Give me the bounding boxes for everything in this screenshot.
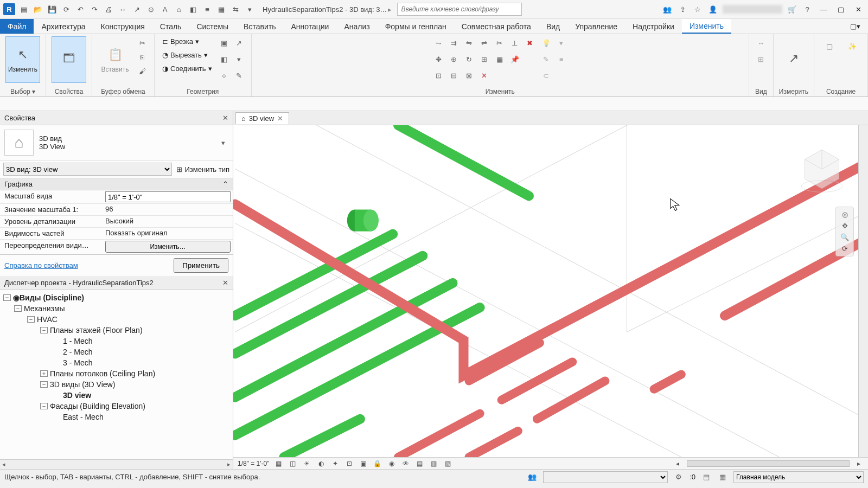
tab-modify[interactable]: Изменить <box>682 19 731 34</box>
close-button[interactable]: ✕ <box>852 3 865 16</box>
geom-icon[interactable]: ✎ <box>233 69 246 82</box>
geom-icon[interactable]: ▣ <box>218 36 231 49</box>
tool-icon[interactable]: ⊡ <box>432 69 445 82</box>
tree-row[interactable]: −3D виды (3D View) <box>1 379 233 390</box>
tree-row[interactable]: 2 - Mech <box>1 346 233 357</box>
search-input[interactable] <box>397 3 522 16</box>
minimize-button[interactable]: — <box>817 3 830 16</box>
delete-icon[interactable]: ✕ <box>478 69 491 82</box>
join-button[interactable]: ◑Соединить ▾ <box>160 63 214 74</box>
tree-row[interactable]: 3D view <box>1 390 233 401</box>
steering-wheel-icon[interactable]: ◎ <box>842 210 848 219</box>
share-icon[interactable]: ⇪ <box>677 4 688 15</box>
view-cube[interactable] <box>797 145 846 194</box>
copy-icon[interactable]: ⎘ <box>136 50 149 63</box>
tool-icon[interactable]: ≡ <box>555 53 568 66</box>
tab-structure[interactable]: Конструкция <box>93 19 152 34</box>
trim-icon[interactable]: ⊥ <box>508 36 521 49</box>
tree-twisty[interactable]: − <box>3 294 11 301</box>
cut-geom-button[interactable]: ◔Вырезать ▾ <box>160 50 214 60</box>
community-icon[interactable]: 👥 <box>662 4 673 15</box>
print-icon[interactable]: 🖨 <box>103 4 114 15</box>
offset-icon[interactable]: ⇉ <box>448 36 461 49</box>
tree-row[interactable]: −Механизмы <box>1 303 233 314</box>
move-icon[interactable]: ✥ <box>432 53 445 66</box>
tree-row[interactable]: −Фасады (Building Elevation) <box>1 401 233 412</box>
properties-help-link[interactable]: Справка по свойствам <box>4 261 78 269</box>
close-icon[interactable]: ✕ <box>222 279 228 287</box>
prop-group-header[interactable]: Графика⌃ <box>0 178 233 190</box>
tree-twisty[interactable]: − <box>40 403 48 409</box>
section-icon[interactable]: ◧ <box>188 4 199 15</box>
qat-icon[interactable]: ▤ <box>18 4 29 15</box>
shadows-icon[interactable]: ◐ <box>316 459 326 468</box>
geom-icon[interactable]: ▾ <box>233 53 246 66</box>
dim-icon[interactable]: ↗ <box>131 4 142 15</box>
rendering-icon[interactable]: ✦ <box>330 459 340 468</box>
tree-row[interactable]: East - Mech <box>1 412 233 422</box>
horizontal-scrollbar[interactable] <box>687 460 850 467</box>
cut-icon[interactable]: ✂ <box>136 36 149 49</box>
text-icon[interactable]: A <box>159 4 170 15</box>
orbit-icon[interactable]: ⟳ <box>842 245 848 253</box>
help-icon[interactable]: ? <box>802 4 813 15</box>
tree-twisty[interactable]: + <box>40 370 48 377</box>
sync-icon[interactable]: ⟳ <box>61 4 72 15</box>
workset-select[interactable]: Главная модель <box>733 471 864 483</box>
tab-insert[interactable]: Вставить <box>236 19 283 34</box>
scroll-left-icon[interactable]: ◂ <box>673 459 682 468</box>
match-icon[interactable]: 🖌 <box>136 65 149 78</box>
visual-style-icon[interactable]: ◫ <box>288 459 298 468</box>
tree-row[interactable]: +Планы потолков (Ceiling Plan) <box>1 368 233 379</box>
view-icon[interactable]: ⊞ <box>755 53 768 66</box>
tree-twisty[interactable]: − <box>14 305 22 312</box>
zoom-icon[interactable]: 🔍 <box>840 233 849 241</box>
tool-icon[interactable]: ⊂ <box>540 69 553 82</box>
undo-icon[interactable]: ↶ <box>75 4 86 15</box>
tab-view[interactable]: Вид <box>539 19 567 34</box>
reveal-icon[interactable]: 👁 <box>401 459 411 468</box>
scroll-right-icon[interactable]: ▸ <box>854 459 864 468</box>
split-icon[interactable]: ✂ <box>493 36 506 49</box>
tab-collab[interactable]: Совместная работа <box>454 19 539 34</box>
maximize-button[interactable]: ▢ <box>834 3 847 16</box>
switch-icon[interactable]: ⇆ <box>230 4 241 15</box>
remove-icon[interactable]: ✖ <box>524 36 537 49</box>
sb-select[interactable] <box>543 471 668 483</box>
properties-button[interactable]: 🗔 <box>52 36 86 83</box>
create-similar-icon[interactable]: ✨ <box>843 36 862 56</box>
sb-icon[interactable]: ▤ <box>701 472 712 483</box>
view-scale[interactable]: 1/8" = 1'-0" <box>238 460 270 467</box>
align-icon[interactable]: ⥊ <box>432 36 445 49</box>
tab-massing[interactable]: Формы и генплан <box>378 19 454 34</box>
view-tab-3d[interactable]: ⌂ 3D view ✕ <box>235 112 289 124</box>
project-browser[interactable]: −◉ Виды (Discipline)−Механизмы−HVAC−План… <box>0 290 233 459</box>
tab-manage[interactable]: Управление <box>567 19 625 34</box>
property-value[interactable]: Показать оригинал <box>103 228 233 239</box>
tree-row[interactable]: −Планы этажей (Floor Plan) <box>1 325 233 336</box>
3d-icon[interactable]: ⌂ <box>174 4 184 15</box>
geom-icon[interactable]: ⟐ <box>218 69 231 82</box>
property-input[interactable] <box>105 191 231 202</box>
mirror-icon[interactable]: ⇋ <box>463 36 476 49</box>
edit-type-button[interactable]: ⊞Изменить тип <box>176 165 229 174</box>
measure-icon[interactable]: ↔ <box>117 4 128 15</box>
tab-extra-dropdown[interactable]: ▢▾ <box>843 19 868 34</box>
view-icon[interactable]: ↔ <box>755 36 768 49</box>
tree-row[interactable]: −HVAC <box>1 314 233 325</box>
geom-icon[interactable]: ↗ <box>233 36 246 49</box>
tab-systems[interactable]: Системы <box>189 19 236 34</box>
tab-addins[interactable]: Надстройки <box>625 19 682 34</box>
scale-icon[interactable]: ▦ <box>493 53 506 66</box>
type-selector[interactable]: ⌂ 3D вид 3D View ▾ <box>0 125 233 160</box>
measure-button[interactable]: ↗ <box>779 36 808 83</box>
redo-icon[interactable]: ↷ <box>89 4 100 15</box>
tool-icon[interactable]: ⊠ <box>463 69 476 82</box>
tree-row[interactable]: −◉ Виды (Discipline) <box>1 292 233 303</box>
tool-icon[interactable]: ▾ <box>555 36 568 49</box>
chevron-down-icon[interactable]: ▾ <box>218 139 228 147</box>
open-icon[interactable]: 📂 <box>33 4 43 15</box>
close-icon[interactable]: ✕ <box>222 114 228 122</box>
tab-architecture[interactable]: Архитектура <box>34 19 93 34</box>
pin-icon[interactable]: 📌 <box>508 53 521 66</box>
